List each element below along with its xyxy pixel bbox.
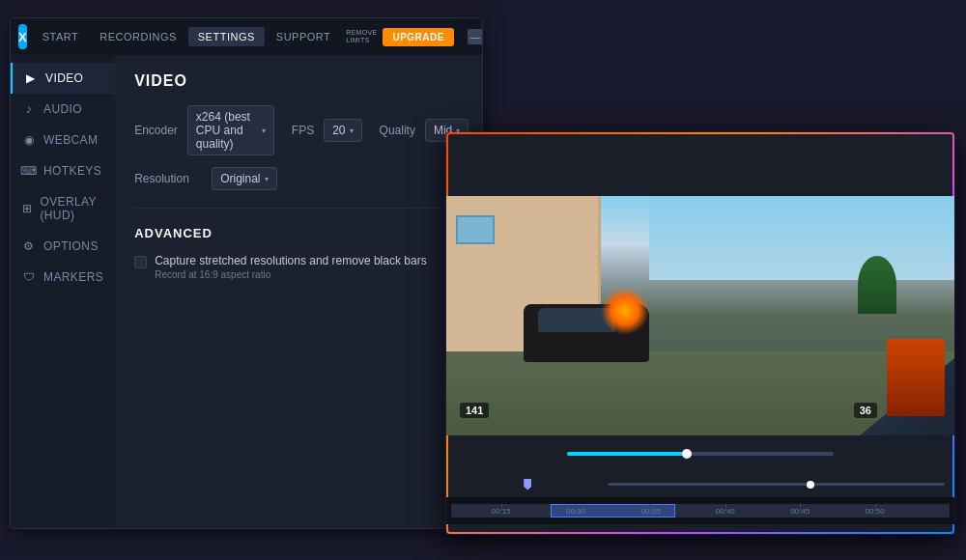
resolution-label: Resolution xyxy=(134,172,202,185)
audio-icon: ♪ xyxy=(22,102,36,116)
settings-window: X START RECORDINGS SETTINGS SUPPORT REMO… xyxy=(10,17,483,529)
encoder-select[interactable]: x264 (best CPU and quality) ▾ xyxy=(187,105,274,155)
sky-background xyxy=(649,196,954,280)
captures-nav: HOME CAPTURES SETTINGS SUPPORT xyxy=(481,139,753,159)
win-controls: — □ ✕ xyxy=(468,29,483,44)
upload-button[interactable]: ↑ UPLOAD xyxy=(736,171,806,189)
marker-slider[interactable] xyxy=(608,483,945,486)
rewind-button[interactable]: ↺ xyxy=(483,445,500,462)
advanced-title: ADVANCED xyxy=(134,226,469,240)
timeline-dot xyxy=(682,449,692,459)
divider xyxy=(134,208,469,209)
fps-label: FPS xyxy=(292,124,314,137)
makegif-button[interactable]: MAKE GIF xyxy=(811,172,877,188)
scrubber-label-4: 00:40 xyxy=(716,507,735,516)
upload-icon: ↑ xyxy=(747,175,752,185)
clip-toolbar: Make clip Marker + xyxy=(446,470,954,497)
back-arrow-icon: ◂ xyxy=(464,175,469,185)
resolution-arrow-icon: ▾ xyxy=(265,175,269,183)
upgrade-button[interactable]: UPGRADE xyxy=(383,28,454,46)
remove-limits-button[interactable]: REMOVE LIMITS xyxy=(346,29,377,43)
settings-body: ▶ VIDEO ♪ AUDIO ◉ WEBCAM ⌨ HOTKEYS ⊞ OVE… xyxy=(11,55,482,528)
sidebar-overlay-label: OVERLAY (HUD) xyxy=(40,195,103,222)
trees xyxy=(858,256,896,314)
game-scene: 141 36 xyxy=(446,196,954,435)
end-time: 00:45 xyxy=(841,448,866,459)
scrubber-label-6: 00:50 xyxy=(866,507,885,516)
nav-recordings[interactable]: RECORDINGS xyxy=(90,27,186,46)
settings-content: VIDEO Encoder x264 (best CPU and quality… xyxy=(115,55,483,528)
timeline-bar[interactable] xyxy=(567,452,834,456)
quality-label: Quality xyxy=(380,124,415,137)
rename-button[interactable]: ✎ Rename xyxy=(601,175,648,185)
hud-score: 36 xyxy=(854,403,877,418)
capture-checkbox-text-group: Capture stretched resolutions and remove… xyxy=(155,254,426,280)
toolbar-actions: ↑ UPLOAD MAKE GIF GET MP4 xyxy=(736,171,945,189)
getmp4-button[interactable]: GET MP4 xyxy=(883,172,945,188)
scrubber-bar: 00:15 00:30 00:35 00:40 00:45 00:50 xyxy=(446,497,954,524)
clip-icon xyxy=(456,480,466,490)
upload-label: UPLOAD xyxy=(755,175,795,185)
sidebar-item-markers[interactable]: 🛡 MARKERS xyxy=(11,262,115,293)
make-clip-label: Make clip xyxy=(469,479,510,490)
captures-nav-settings[interactable]: SETTINGS xyxy=(611,140,682,158)
capture-checkbox-row: Capture stretched resolutions and remove… xyxy=(134,254,469,280)
sidebar-item-audio[interactable]: ♪ AUDIO xyxy=(11,94,115,125)
captures-logo: X xyxy=(454,138,475,159)
captures-nav-support[interactable]: SUPPORT xyxy=(684,140,753,158)
encoder-row: Encoder x264 (best CPU and quality) ▾ FP… xyxy=(134,105,469,155)
sidebar-item-webcam[interactable]: ◉ WEBCAM xyxy=(11,125,115,155)
volume-bar[interactable] xyxy=(896,452,945,455)
captures-toolbar: ◂ BACK Overwatch 3 ✎ Rename ↑ UPLOAD MAK… xyxy=(446,165,954,196)
marker-button[interactable]: Marker xyxy=(524,479,565,490)
game-title: Overwatch 3 xyxy=(516,173,590,187)
sidebar-item-overlay[interactable]: ⊞ OVERLAY (HUD) xyxy=(11,186,115,231)
video-section-title: VIDEO xyxy=(134,72,469,90)
playback-bar: ▶ ↺ 2x 00:23 00:45 🔊 xyxy=(446,435,954,470)
speed-badge[interactable]: 2x xyxy=(508,447,527,461)
capture-checkbox[interactable] xyxy=(134,256,147,268)
sidebar-audio-label: AUDIO xyxy=(43,102,82,116)
sidebar-webcam-label: WEBCAM xyxy=(43,133,98,147)
add-button[interactable]: + xyxy=(579,477,594,492)
nav-settings[interactable]: SETTINGS xyxy=(188,27,265,46)
sidebar-item-hotkeys[interactable]: ⌨ HOTKEYS xyxy=(11,155,115,186)
encoder-value: x264 (best CPU and quality) xyxy=(196,110,258,151)
nav-support[interactable]: SUPPORT xyxy=(267,27,340,46)
resolution-select[interactable]: Original ▾ xyxy=(212,167,276,190)
scrubber-track[interactable]: 00:15 00:30 00:35 00:40 00:45 00:50 xyxy=(451,504,950,518)
captures-titlebar: X HOME CAPTURES SETTINGS SUPPORT — □ ✕ xyxy=(446,132,954,165)
captures-close-button[interactable]: ✕ xyxy=(933,142,947,155)
captures-nav-captures[interactable]: CAPTURES xyxy=(533,139,609,159)
hud-health: 141 xyxy=(460,403,489,418)
captures-nav-home[interactable]: HOME xyxy=(481,140,531,158)
building-window xyxy=(456,215,495,244)
captures-win-controls: — □ ✕ xyxy=(896,142,947,155)
sidebar-item-video[interactable]: ▶ VIDEO xyxy=(11,63,115,94)
character-right xyxy=(887,339,945,416)
titlebar-nav: START RECORDINGS SETTINGS SUPPORT xyxy=(33,27,341,46)
marker-icon xyxy=(524,479,531,490)
back-button[interactable]: ◂ BACK xyxy=(456,172,506,188)
titlebar-right: REMOVE LIMITS UPGRADE — □ ✕ xyxy=(346,28,483,46)
scrubber-label-3: 00:35 xyxy=(640,507,660,516)
sidebar-hotkeys-label: HOTKEYS xyxy=(43,164,101,178)
scrubber-label-5: 00:45 xyxy=(790,507,810,516)
sidebar-item-options[interactable]: ⚙ OPTIONS xyxy=(11,231,115,262)
play-button[interactable]: ▶ xyxy=(456,444,475,463)
sidebar-markers-label: MARKERS xyxy=(43,270,103,284)
captures-minimize-button[interactable]: — xyxy=(896,142,910,155)
fps-select[interactable]: 20 ▾ xyxy=(324,119,361,142)
sidebar: ▶ VIDEO ♪ AUDIO ◉ WEBCAM ⌨ HOTKEYS ⊞ OVE… xyxy=(11,55,115,528)
minimize-button[interactable]: — xyxy=(468,29,483,44)
captures-window: X HOME CAPTURES SETTINGS SUPPORT — □ ✕ ◂… xyxy=(444,130,956,536)
sidebar-options-label: OPTIONS xyxy=(43,239,99,253)
nav-start[interactable]: START xyxy=(33,27,89,46)
volume-button[interactable]: 🔊 xyxy=(873,446,889,461)
volume-fill xyxy=(896,452,930,455)
make-clip-button[interactable]: Make clip xyxy=(456,479,510,490)
encoder-arrow-icon: ▾ xyxy=(262,126,266,135)
explosion-effect xyxy=(601,287,649,335)
captures-maximize-button[interactable]: □ xyxy=(915,142,928,155)
current-time: 00:23 xyxy=(535,448,559,459)
